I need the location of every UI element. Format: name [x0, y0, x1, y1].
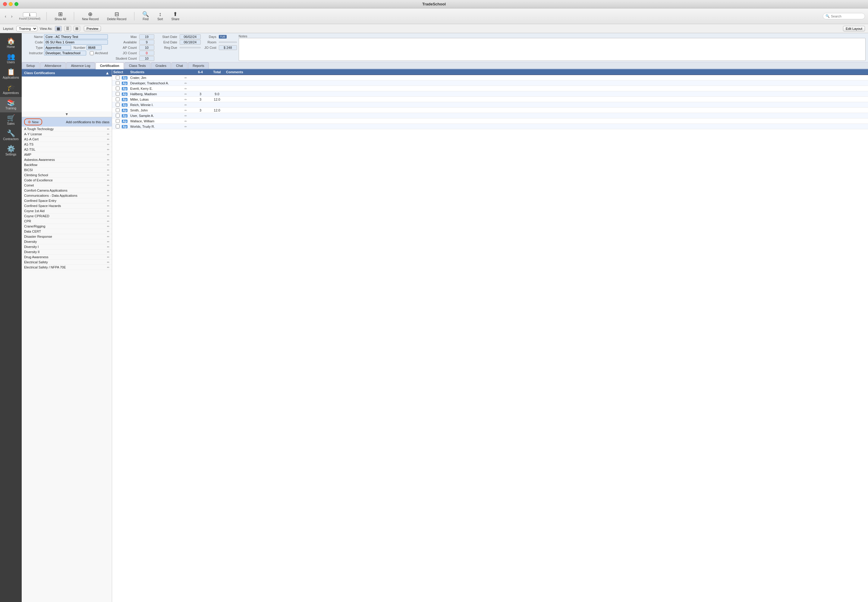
cert-edit-icon[interactable]: ✏ — [107, 169, 109, 172]
show-all-button[interactable]: ⊞ Show All — [53, 11, 68, 22]
tab-grades[interactable]: Grades — [151, 62, 171, 69]
student-select-checkbox[interactable] — [116, 124, 120, 128]
select-checkbox-cell[interactable] — [113, 81, 122, 85]
edit-cell[interactable]: ✏ — [184, 103, 193, 107]
edit-cell[interactable]: ✏ — [184, 87, 193, 91]
sidebar-item-apprentices[interactable]: 🎓Apprentices — [0, 81, 22, 97]
window-controls[interactable] — [3, 2, 18, 6]
cert-edit-icon[interactable]: ✏ — [107, 158, 109, 161]
cert-list-item[interactable]: CPR✏ — [22, 219, 112, 224]
preview-button[interactable]: Preview — [84, 26, 101, 31]
edit-pencil-icon[interactable]: ✏ — [184, 98, 187, 101]
cert-edit-icon[interactable]: ✏ — [107, 138, 109, 141]
select-checkbox-cell[interactable] — [113, 97, 122, 101]
sidebar-item-users[interactable]: 👥Users — [0, 51, 22, 66]
layout-select[interactable]: Training — [16, 26, 37, 31]
cert-edit-icon[interactable]: ✏ — [107, 230, 109, 233]
cert-list-item[interactable]: Climbing School✏ — [22, 173, 112, 178]
cert-edit-icon[interactable]: ✏ — [107, 148, 109, 151]
minimize-button[interactable] — [9, 2, 13, 6]
cert-list-item[interactable]: Electrical Safety✏ — [22, 260, 112, 265]
cert-list-item[interactable]: Coyne CPR/AED✏ — [22, 213, 112, 219]
cert-list-item[interactable]: A1-A Cert✏ — [22, 137, 112, 142]
view-list-button[interactable]: ☰ — [64, 26, 71, 31]
edit-pencil-icon[interactable]: ✏ — [184, 81, 187, 85]
view-form-button[interactable]: ▦ — [55, 26, 62, 31]
sidebar-item-sales[interactable]: 🛒Sales — [0, 112, 22, 128]
cert-list-item[interactable]: Data CERT✏ — [22, 229, 112, 234]
share-button[interactable]: ⬆ Share — [170, 11, 181, 22]
table-row[interactable]: Ap Hallberg, Madisen ✏ 3 9.0 — [112, 91, 868, 97]
student-select-checkbox[interactable] — [116, 75, 120, 80]
edit-cell[interactable]: ✏ — [184, 125, 193, 128]
cert-list-item[interactable]: Comet✏ — [22, 183, 112, 188]
tab-absence-log[interactable]: Absence Log — [66, 62, 95, 69]
student-select-checkbox[interactable] — [116, 119, 120, 123]
edit-pencil-icon[interactable]: ✏ — [184, 92, 187, 96]
new-cert-button[interactable]: ⊕ New — [24, 118, 42, 125]
select-checkbox-cell[interactable] — [113, 124, 122, 128]
cert-list-item[interactable]: Electrical Safety / NFPA 70E✏ — [22, 265, 112, 270]
cert-edit-icon[interactable]: ✏ — [107, 235, 109, 238]
cert-list-item[interactable]: Confined Space Entry✏ — [22, 198, 112, 203]
cert-list-item[interactable]: Drug Awareness✏ — [22, 255, 112, 260]
edit-cell[interactable]: ✏ — [184, 92, 193, 96]
select-checkbox-cell[interactable] — [113, 108, 122, 112]
edit-pencil-icon[interactable]: ✏ — [184, 114, 187, 118]
tab-chat[interactable]: Chat — [172, 62, 187, 69]
maximize-button[interactable] — [14, 2, 18, 6]
cert-list-item[interactable]: Comfort-Camera Applications✏ — [22, 188, 112, 193]
cert-edit-icon[interactable]: ✏ — [107, 174, 109, 177]
cert-list-item[interactable]: Communications - Data Applications✏ — [22, 193, 112, 198]
cert-edit-icon[interactable]: ✏ — [107, 143, 109, 146]
delete-record-button[interactable]: ⊟ Delete Record — [105, 11, 128, 22]
select-checkbox-cell[interactable] — [113, 103, 122, 107]
search-box[interactable]: 🔍 — [823, 13, 865, 19]
table-row[interactable]: Ap Miller, Lukas ✏ 3 12.0 — [112, 97, 868, 102]
cert-edit-icon[interactable]: ✏ — [107, 199, 109, 203]
select-checkbox-cell[interactable] — [113, 86, 122, 91]
cert-list-item[interactable]: Coyne 1st Aid✏ — [22, 209, 112, 213]
select-checkbox-cell[interactable] — [113, 114, 122, 118]
new-record-button[interactable]: ⊕ New Record — [80, 11, 100, 22]
cert-list-item[interactable]: Code of Excellence✏ — [22, 178, 112, 183]
record-input[interactable] — [23, 12, 37, 17]
student-select-checkbox[interactable] — [116, 97, 120, 101]
find-button[interactable]: 🔍 Find — [140, 11, 151, 22]
table-row[interactable]: Ap Reich, Winnie I. ✏ — [112, 102, 868, 108]
edit-cell[interactable]: ✏ — [184, 81, 193, 85]
edit-cell[interactable]: ✏ — [184, 98, 193, 101]
cert-list-item[interactable]: A Tough Technology✏ — [22, 126, 112, 132]
student-select-checkbox[interactable] — [116, 86, 120, 91]
select-checkbox-cell[interactable] — [113, 119, 122, 123]
cert-edit-icon[interactable]: ✏ — [107, 132, 109, 136]
cert-edit-icon[interactable]: ✏ — [107, 261, 109, 264]
edit-pencil-icon[interactable]: ✏ — [184, 103, 187, 107]
view-table-button[interactable]: ⊞ — [74, 26, 80, 31]
edit-cell[interactable]: ✏ — [184, 119, 193, 123]
cert-edit-icon[interactable]: ✏ — [107, 255, 109, 259]
cert-edit-icon[interactable]: ✏ — [107, 225, 109, 228]
class-cert-list-area[interactable] — [22, 77, 112, 112]
student-select-checkbox[interactable] — [116, 114, 120, 118]
table-row[interactable]: Ap Smith, John ✏ 3 12.0 — [112, 108, 868, 113]
tab-class-tests[interactable]: Class Tests — [124, 62, 151, 69]
table-row[interactable]: Ap Worlds, Trudy R. ✏ — [112, 124, 868, 129]
sidebar-item-applications[interactable]: 📋Applications — [0, 66, 22, 81]
edit-pencil-icon[interactable]: ✏ — [184, 120, 187, 123]
cert-edit-icon[interactable]: ✏ — [107, 127, 109, 131]
cert-edit-icon[interactable]: ✏ — [107, 179, 109, 182]
cert-list-item[interactable]: Disaster Response✏ — [22, 234, 112, 239]
table-row[interactable]: Ap Crater, Jim ✏ — [112, 75, 868, 80]
notes-area[interactable] — [239, 38, 866, 61]
cert-edit-icon[interactable]: ✏ — [107, 240, 109, 243]
back-button[interactable]: ‹ — [3, 13, 8, 19]
table-row[interactable]: Ap Wallace, William ✏ — [112, 118, 868, 124]
student-select-checkbox[interactable] — [116, 108, 120, 112]
select-checkbox-cell[interactable] — [113, 75, 122, 80]
sidebar-item-training[interactable]: 📚Training — [0, 97, 22, 112]
cert-edit-icon[interactable]: ✏ — [107, 189, 109, 192]
search-input[interactable] — [831, 14, 862, 18]
tab-attendance[interactable]: Attendance — [40, 62, 66, 69]
cert-list-item[interactable]: BICSI✏ — [22, 167, 112, 173]
